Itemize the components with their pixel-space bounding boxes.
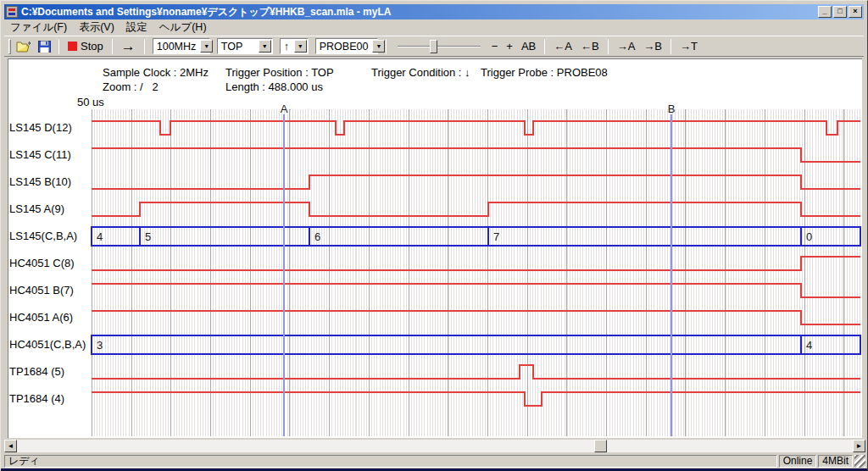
goto-cursor-b-button[interactable]: ←B bbox=[576, 38, 604, 55]
status-online-badge: Online bbox=[779, 455, 817, 468]
close-icon[interactable]: × bbox=[849, 6, 862, 18]
zoom-slider[interactable] bbox=[398, 39, 481, 54]
minimize-icon[interactable]: _ bbox=[818, 6, 832, 18]
channel-label[interactable]: TP1684 (5) bbox=[9, 365, 64, 379]
stop-icon bbox=[68, 42, 77, 51]
save-button[interactable] bbox=[34, 38, 54, 55]
app-icon bbox=[6, 6, 18, 18]
menu-bar: ファイル(F) 表示(V) 設定 ヘルプ(H) bbox=[4, 20, 864, 35]
trigger-probe-info: Trigger Probe : PROBE08 bbox=[481, 66, 608, 79]
menu-file[interactable]: ファイル(F) bbox=[4, 19, 73, 36]
channel-label[interactable]: LS145 B(10) bbox=[9, 175, 71, 189]
trigger-edge-select[interactable]: ↑ ▼ bbox=[280, 38, 309, 54]
trigger-condition-info: Trigger Condition : ↓ bbox=[371, 66, 470, 79]
open-file-button[interactable] bbox=[14, 38, 34, 55]
sample-clock-select[interactable]: 100MHz ▼ bbox=[153, 38, 210, 54]
slider-handle[interactable] bbox=[430, 40, 437, 53]
menu-help[interactable]: ヘルプ(H) bbox=[153, 19, 213, 36]
open-folder-icon bbox=[16, 41, 31, 53]
zoom-out-button[interactable]: − bbox=[487, 38, 503, 55]
title-bar[interactable]: C:¥Documents and Settings¥noname¥デスクトップ¥… bbox=[4, 4, 864, 19]
toolbar-grip bbox=[8, 39, 11, 54]
run-arrow-icon: → bbox=[121, 38, 136, 55]
trigger-position-info: Trigger Position : TOP bbox=[225, 66, 334, 79]
timescale-label: 50 us bbox=[77, 96, 104, 108]
probe-select[interactable]: PROBE00 ▼ bbox=[315, 38, 378, 54]
toolbar: Stop → 100MHz ▼ TOP ▼ ↑ ▼ PROBE00 ▼ − + bbox=[4, 36, 864, 57]
channel-label[interactable]: LS145 C(11) bbox=[9, 148, 71, 162]
toolbar-separator bbox=[144, 39, 145, 54]
trigger-position-select[interactable]: TOP ▼ bbox=[217, 38, 273, 54]
ab-range-button[interactable]: AB bbox=[517, 38, 540, 55]
slider-track bbox=[398, 46, 481, 47]
channel-label[interactable]: HC4051(C,B,A) bbox=[9, 338, 86, 352]
channel-label[interactable]: LS145 D(12) bbox=[9, 121, 72, 135]
goto-trigger-button[interactable]: →T bbox=[676, 38, 702, 55]
toolbar-separator bbox=[670, 39, 671, 54]
scroll-right-icon[interactable]: ► bbox=[853, 440, 865, 452]
chevron-down-icon[interactable]: ▼ bbox=[200, 40, 213, 53]
app-window: C:¥Documents and Settings¥noname¥デスクトップ¥… bbox=[0, 0, 868, 471]
toolbar-separator bbox=[608, 39, 609, 54]
chevron-down-icon[interactable]: ▼ bbox=[294, 40, 307, 53]
channel-label[interactable]: HC4051 C(8) bbox=[9, 257, 75, 270]
length-info: Length : 488.000 us bbox=[225, 80, 323, 93]
toolbar-separator bbox=[112, 39, 113, 54]
channel-label[interactable]: LS145 A(9) bbox=[9, 202, 64, 216]
channel-label[interactable]: TP1684 (4) bbox=[9, 392, 64, 406]
save-floppy-icon bbox=[38, 41, 51, 53]
stop-button[interactable]: Stop bbox=[64, 38, 108, 55]
menu-view[interactable]: 表示(V) bbox=[73, 19, 120, 36]
toolbar-separator bbox=[386, 39, 387, 54]
maximize-icon[interactable]: □ bbox=[833, 6, 847, 18]
status-ready: レディ bbox=[4, 455, 777, 468]
window-title: C:¥Documents and Settings¥noname¥デスクトップ¥… bbox=[21, 5, 816, 19]
run-button[interactable]: → bbox=[117, 38, 140, 55]
set-cursor-b-button[interactable]: →B bbox=[639, 38, 666, 55]
resize-grip[interactable] bbox=[854, 455, 865, 468]
scroll-left-icon[interactable]: ◄ bbox=[4, 440, 17, 452]
status-bar: レディ Online 4MBit bbox=[4, 455, 865, 468]
channel-label[interactable]: LS145(C,B,A) bbox=[9, 230, 77, 243]
scrollbar-thumb[interactable] bbox=[594, 440, 607, 452]
goto-cursor-a-button[interactable]: ←A bbox=[549, 38, 576, 55]
chevron-down-icon[interactable]: ▼ bbox=[372, 40, 385, 53]
set-cursor-a-button[interactable]: →A bbox=[613, 38, 640, 55]
status-memory-badge: 4MBit bbox=[818, 455, 853, 468]
zoom-in-button[interactable]: + bbox=[502, 38, 517, 55]
toolbar-separator bbox=[58, 39, 59, 54]
channel-label[interactable]: HC4051 A(6) bbox=[9, 311, 73, 324]
horizontal-scrollbar[interactable]: ◄ ► bbox=[4, 440, 865, 452]
menu-settings[interactable]: 設定 bbox=[120, 19, 153, 36]
channel-label[interactable]: HC4051 B(7) bbox=[9, 284, 74, 297]
toolbar-separator bbox=[544, 39, 545, 54]
sample-clock-info: Sample Clock : 2MHz bbox=[103, 66, 209, 79]
waveform-grid[interactable] bbox=[92, 109, 860, 436]
chevron-down-icon[interactable]: ▼ bbox=[259, 40, 271, 53]
zoom-info: Zoom : / 2 bbox=[103, 80, 159, 93]
